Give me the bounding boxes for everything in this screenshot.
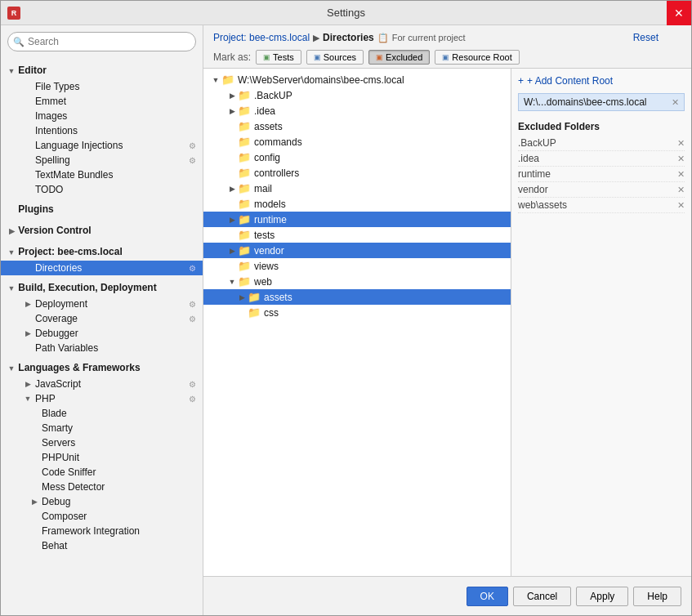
sidebar-item-code-sniffer[interactable]: Code Sniffer: [1, 465, 203, 480]
breadcrumb-separator: ▶: [313, 33, 319, 43]
sidebar-item-language-injections[interactable]: Language Injections ⚙: [1, 138, 203, 153]
expand-vendor-icon[interactable]: [226, 247, 238, 255]
sidebar-item-intentions[interactable]: Intentions: [1, 123, 203, 138]
ok-button[interactable]: OK: [467, 587, 508, 606]
sidebar-item-framework-integration[interactable]: Framework Integration: [1, 524, 203, 538]
expand-editor-icon[interactable]: [7, 67, 16, 75]
expand-vc-icon[interactable]: [7, 227, 16, 235]
sidebar-item-blade[interactable]: Blade: [1, 406, 203, 421]
tree-item-views[interactable]: 📁 views: [203, 258, 511, 274]
sidebar-item-deployment[interactable]: Deployment ⚙: [1, 297, 203, 311]
expand-root-icon[interactable]: [210, 76, 221, 84]
folder-controllers-icon: 📁: [238, 167, 251, 179]
tree-item-web[interactable]: 📁 web: [203, 274, 511, 289]
expand-web-icon[interactable]: [226, 278, 238, 286]
tree-item-tests[interactable]: 📁 tests: [203, 227, 511, 243]
folder-assets-icon: 📁: [238, 120, 251, 132]
expand-mail-icon[interactable]: [226, 185, 238, 193]
mark-as-sources-button[interactable]: ▣ Sources: [306, 50, 364, 65]
tree-label-controllers: controllers: [254, 167, 299, 179]
tree-label-tests: tests: [254, 230, 275, 241]
tree-item-root[interactable]: 📁 W:\WebServer\domains\bee-cms.local: [203, 72, 511, 87]
excluded-remove-idea-button[interactable]: ✕: [677, 154, 685, 164]
sidebar-item-php[interactable]: PHP ⚙: [1, 391, 203, 406]
tree-item-mail[interactable]: 📁 mail: [203, 181, 511, 196]
bottom-bar: OK Cancel Apply Help: [203, 576, 691, 615]
excluded-label-idea: .idea: [518, 153, 539, 164]
tree-item-controllers[interactable]: 📁 controllers: [203, 165, 511, 181]
tree-label-config: config: [254, 152, 280, 163]
sidebar-item-images[interactable]: Images: [1, 109, 203, 123]
tree-item-web-assets[interactable]: 📁 assets: [203, 289, 511, 305]
excluded-remove-runtime-button[interactable]: ✕: [677, 169, 685, 180]
apply-button[interactable]: Apply: [576, 587, 628, 606]
excluded-label-vendor: vendor: [518, 184, 548, 195]
sidebar-section-languages[interactable]: Languages & Frameworks: [1, 359, 203, 377]
sidebar-section-plugins[interactable]: Plugins: [1, 200, 203, 218]
sidebar-item-mess-detector[interactable]: Mess Detector: [1, 480, 203, 494]
tree-item-models[interactable]: 📁 models: [203, 196, 511, 212]
sidebar-item-debug[interactable]: Debug: [1, 494, 203, 509]
sidebar-item-spelling[interactable]: Spelling ⚙: [1, 153, 203, 167]
tree-item-idea[interactable]: 📁 .idea: [203, 103, 511, 118]
excluded-folders-title: Excluded Folders: [518, 121, 685, 132]
sidebar-item-coverage[interactable]: Coverage ⚙: [1, 311, 203, 326]
tree-item-commands[interactable]: 📁 commands: [203, 134, 511, 150]
sidebar-item-path-variables[interactable]: Path Variables: [1, 341, 203, 355]
content-root-item: W:\...domains\bee-cms.local ✕: [518, 93, 685, 111]
sidebar-item-composer[interactable]: Composer: [1, 509, 203, 524]
expand-runtime-icon[interactable]: [226, 216, 238, 224]
folder-mail-icon: 📁: [238, 182, 251, 194]
sidebar-item-directories[interactable]: Directories ⚙: [1, 261, 203, 275]
sidebar-section-version-control[interactable]: Version Control: [1, 221, 203, 239]
expand-backup-icon[interactable]: [226, 92, 238, 100]
tree-item-css[interactable]: 📁 css: [203, 305, 511, 320]
tree-item-vendor[interactable]: 📁 vendor: [203, 243, 511, 258]
mark-as-resource-root-button[interactable]: ▣ Resource Root: [435, 50, 519, 65]
breadcrumb-sub: For current project: [392, 33, 466, 42]
mark-as-excluded-label: Excluded: [386, 52, 422, 62]
expand-idea-icon[interactable]: [226, 107, 238, 115]
cancel-button[interactable]: Cancel: [513, 587, 571, 606]
excluded-remove-web-assets-button[interactable]: ✕: [677, 200, 685, 211]
tree-item-config[interactable]: 📁 config: [203, 150, 511, 165]
tree-label-commands: commands: [254, 136, 302, 148]
tree-item-backup[interactable]: 📁 .BackUP: [203, 87, 511, 103]
sidebar-section-build[interactable]: Build, Execution, Deployment: [1, 279, 203, 297]
tree-label-web: web: [254, 276, 272, 288]
mark-as-excluded-button[interactable]: ▣ Excluded: [368, 50, 430, 65]
sidebar-item-file-types[interactable]: File Types: [1, 79, 203, 94]
main-content: 🔍 Editor File Types Emmet Images Intenti…: [1, 25, 691, 615]
sidebar-item-smarty[interactable]: Smarty: [1, 421, 203, 435]
expand-languages-icon[interactable]: [7, 364, 16, 373]
folder-backup-icon: 📁: [238, 89, 251, 101]
sidebar-item-servers[interactable]: Servers: [1, 435, 203, 450]
sidebar-section-project[interactable]: Project: bee-cms.local: [1, 243, 203, 261]
content-root-close-button[interactable]: ✕: [672, 97, 679, 108]
sidebar-item-javascript[interactable]: JavaScript ⚙: [1, 377, 203, 391]
tree-item-assets[interactable]: 📁 assets: [203, 118, 511, 134]
close-button[interactable]: ✕: [667, 1, 691, 25]
sidebar-item-debugger[interactable]: Debugger: [1, 326, 203, 341]
mark-as-resource-root-label: Resource Root: [452, 52, 511, 62]
excluded-remove-backup-button[interactable]: ✕: [677, 138, 685, 149]
reset-link[interactable]: Reset: [633, 32, 659, 43]
excluded-remove-vendor-button[interactable]: ✕: [677, 185, 685, 195]
sidebar-item-textmate-bundles[interactable]: TextMate Bundles: [1, 167, 203, 182]
sidebar-item-behat[interactable]: Behat: [1, 538, 203, 553]
tree-item-runtime[interactable]: 📁 runtime: [203, 212, 511, 227]
expand-project-icon[interactable]: [7, 248, 16, 257]
mark-as-tests-button[interactable]: ▣ Tests: [256, 50, 301, 65]
sidebar-item-todo[interactable]: TODO: [1, 182, 203, 197]
sidebar-item-emmet[interactable]: Emmet: [1, 94, 203, 109]
help-button[interactable]: Help: [633, 587, 681, 606]
breadcrumb-project[interactable]: Project: bee-cms.local: [213, 32, 310, 43]
sidebar-item-phpunit[interactable]: PHPUnit: [1, 450, 203, 465]
expand-build-icon[interactable]: [7, 284, 16, 292]
search-input[interactable]: [7, 32, 196, 51]
right-panel: Project: bee-cms.local ▶ Directories 📋 F…: [203, 25, 691, 615]
add-content-root-button[interactable]: + + Add Content Root: [518, 75, 685, 87]
window-title: Settings: [327, 7, 365, 19]
expand-web-assets-icon[interactable]: [236, 293, 248, 301]
folder-views-icon: 📁: [238, 260, 251, 272]
